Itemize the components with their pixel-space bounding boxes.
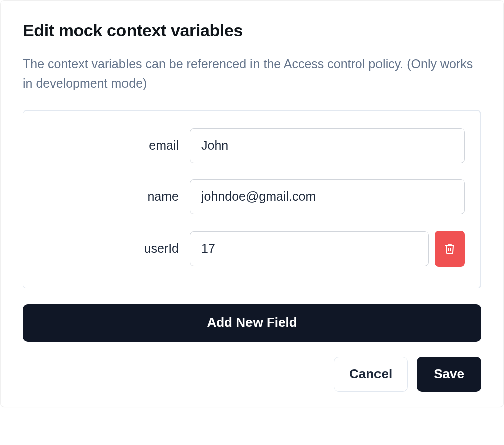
delete-field-button[interactable] [435,231,465,267]
field-input-wrap [190,128,465,163]
email-field[interactable] [190,128,465,163]
field-input-wrap [190,231,465,267]
edit-context-variables-dialog: Edit mock context variables The context … [0,0,504,407]
trash-icon [444,242,456,255]
field-row: email [38,128,465,163]
save-button[interactable]: Save [417,357,481,392]
add-new-field-button[interactable]: Add New Field [23,304,481,342]
cancel-button[interactable]: Cancel [334,357,408,392]
dialog-subtitle: The context variables can be referenced … [23,54,481,93]
userid-field[interactable] [190,231,429,266]
field-label-userid: userId [38,241,179,256]
field-label-email: email [38,138,179,153]
field-row: userId [38,231,465,267]
fields-container: email name userId [23,110,481,288]
field-row: name [38,179,465,214]
name-field[interactable] [190,179,465,214]
dialog-footer: Cancel Save [23,357,481,392]
field-label-name: name [38,189,179,204]
field-input-wrap [190,179,465,214]
dialog-title: Edit mock context variables [23,21,481,40]
